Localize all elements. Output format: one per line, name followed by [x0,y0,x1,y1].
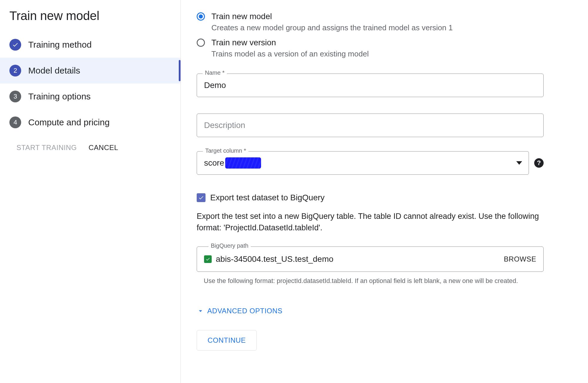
main-panel: Train new model Creates a new model grou… [181,0,588,383]
radio-title: Train new version [211,37,369,48]
bigquery-helper-text: Use the following format: projectId.data… [204,276,544,286]
radio-train-new-model[interactable]: Train new model Creates a new model grou… [197,11,544,33]
step-compute-and-pricing[interactable]: 4 Compute and pricing [0,109,181,135]
target-column-select[interactable]: Target column * score [197,151,529,175]
field-label: Name * [203,69,227,76]
cancel-button[interactable]: CANCEL [88,144,118,152]
sidebar: Train new model Training method 2 Model … [0,0,181,383]
description-field [197,114,544,137]
chevron-down-icon [197,307,204,315]
radio-train-new-version[interactable]: Train new version Trains model as a vers… [197,37,544,59]
bigquery-path-field: BigQuery path abis-345004.test_US.test_d… [197,247,544,286]
name-field: Name * [197,74,544,97]
export-test-dataset-checkbox[interactable]: Export test dataset to BigQuery [197,193,544,202]
radio-description: Trains model as a version of an existing… [211,49,369,59]
step-label: Training method [28,40,92,50]
export-info-text: Export the test set into a new BigQuery … [197,211,544,234]
checkmark-badge-icon [9,39,21,51]
field-label: BigQuery path [208,242,251,249]
step-label: Compute and pricing [28,117,110,127]
browse-button[interactable]: BROWSE [504,255,536,263]
chevron-down-icon [516,161,522,165]
step-number-badge: 2 [9,65,21,76]
radio-title: Train new model [211,11,453,22]
advanced-options-label: ADVANCED OPTIONS [207,307,283,315]
step-model-details[interactable]: 2 Model details [0,58,181,84]
step-number-badge: 4 [9,116,21,128]
advanced-options-toggle[interactable]: ADVANCED OPTIONS [197,307,283,315]
step-label: Training options [28,91,91,101]
target-column-field: Target column * score ? [197,151,544,175]
field-label: Target column * [203,147,248,154]
continue-button[interactable]: CONTINUE [197,330,257,351]
description-input[interactable] [204,121,536,130]
start-training-button: START TRAINING [16,144,77,152]
radio-description: Creates a new model group and assigns th… [211,22,453,33]
target-column-value: score [204,158,224,168]
step-label: Model details [28,66,80,76]
bigquery-path-value: abis-345004.test_US.test_demo [216,254,500,264]
step-training-method[interactable]: Training method [0,32,181,58]
page-title: Train new model [0,0,181,32]
help-icon[interactable]: ? [534,158,544,168]
redacted-region [227,159,259,167]
step-training-options[interactable]: 3 Training options [0,84,181,109]
verified-check-icon [204,255,212,263]
checkbox-checked-icon [197,193,206,202]
checkbox-label: Export test dataset to BigQuery [210,193,325,202]
name-input[interactable] [204,81,536,90]
step-number-badge: 3 [9,91,21,102]
radio-icon [197,12,205,21]
radio-icon [197,39,205,47]
